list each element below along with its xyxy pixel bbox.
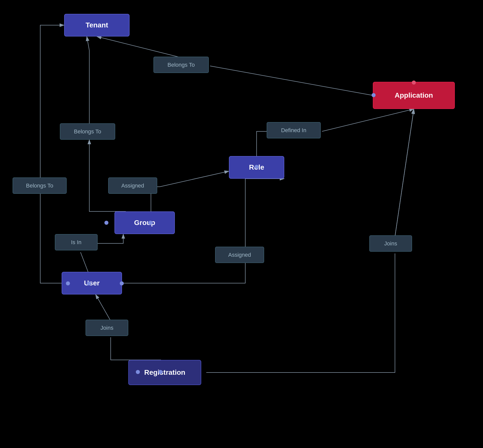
registration-label: Registration xyxy=(144,368,185,377)
joins-1-node[interactable]: Joins xyxy=(86,320,128,336)
assigned-2-node[interactable]: Assigned xyxy=(215,247,264,263)
is-in-node[interactable]: Is In xyxy=(55,234,98,250)
belongs-to-1-node[interactable]: Belongs To xyxy=(153,57,209,73)
application-node[interactable]: Application xyxy=(373,82,455,109)
assigned-1-label: Assigned xyxy=(121,182,144,189)
defined-in-label: Defined In xyxy=(281,127,306,134)
tenant-label: Tenant xyxy=(86,21,108,29)
joins-2-node[interactable]: Joins xyxy=(369,235,412,252)
line-reg-joins2-path xyxy=(206,253,395,372)
belongs-to-2-label: Belongs To xyxy=(74,128,101,135)
line-definedin-app xyxy=(322,109,414,131)
assigned-1-node[interactable]: Assigned xyxy=(108,177,157,194)
line-belongsto3-tenant xyxy=(40,25,64,177)
user-label: User xyxy=(84,279,100,287)
line-reg-joins1 xyxy=(111,337,161,360)
line-assigned1-role xyxy=(160,171,229,187)
user-node[interactable]: User xyxy=(62,272,122,294)
line-isin-group xyxy=(96,234,123,243)
line-assigned2-role xyxy=(245,179,284,248)
belongs-to-3-node[interactable]: Belongs To xyxy=(13,177,67,194)
dot-group-top xyxy=(148,221,152,225)
dot-reg-left xyxy=(136,370,140,374)
dot-user-center xyxy=(87,281,91,285)
joins-1-label: Joins xyxy=(100,325,113,331)
assigned-2-label: Assigned xyxy=(228,252,251,258)
tenant-node[interactable]: Tenant xyxy=(64,14,130,36)
line-belongsto1-tenant xyxy=(97,36,182,58)
line-group-belongsto2 xyxy=(89,140,126,211)
line-belongsto2-tenant xyxy=(87,36,89,123)
dot-app-top xyxy=(412,81,416,85)
belongs-to-2-node[interactable]: Belongs To xyxy=(60,123,115,140)
line-joins1-user xyxy=(96,294,111,321)
dot-reg-top xyxy=(158,370,163,374)
belongs-to-3-label: Belongs To xyxy=(26,182,53,189)
diagram-canvas: Tenant Application Role Group User Regis… xyxy=(0,0,483,448)
line-user-isin xyxy=(80,252,88,272)
belongs-to-1-label: Belongs To xyxy=(168,62,195,68)
dot-role-left xyxy=(255,165,259,169)
line-joins2-app-line xyxy=(395,109,414,237)
joins-2-label: Joins xyxy=(384,240,397,247)
group-node[interactable]: Group xyxy=(114,211,175,234)
is-in-label: Is In xyxy=(71,239,82,246)
diagram-lines xyxy=(0,0,483,448)
defined-in-node[interactable]: Defined In xyxy=(267,122,321,138)
line-app-belongsto1 xyxy=(210,66,373,95)
dot-user-right xyxy=(120,281,124,285)
dot-user-left xyxy=(66,281,70,285)
dot-group-left xyxy=(104,221,108,225)
application-label: Application xyxy=(395,91,433,99)
dot-app-left xyxy=(372,93,376,97)
